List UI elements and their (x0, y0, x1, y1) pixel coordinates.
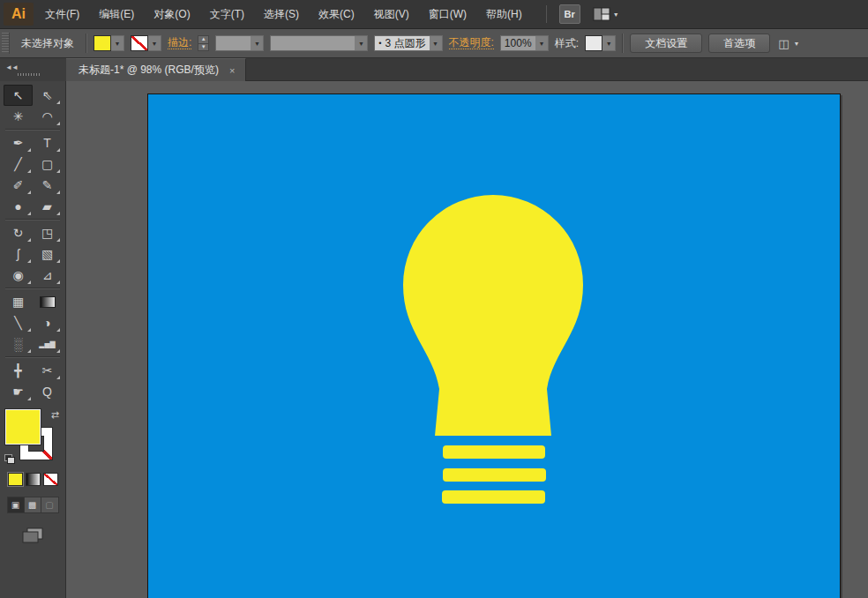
bulb-base-bar[interactable] (443, 445, 545, 459)
gradient-button[interactable] (26, 473, 41, 486)
eyedropper-tool[interactable]: ╲ (4, 312, 33, 333)
pencil-icon: ✎ (42, 178, 53, 192)
bulb-base-bar[interactable] (442, 490, 545, 504)
stroke-panel-link[interactable]: 描边: (168, 37, 191, 49)
menu-item-7[interactable]: 窗口(W) (419, 1, 476, 28)
color-button[interactable] (8, 473, 23, 486)
menu-item-5[interactable]: 效果(C) (309, 1, 364, 28)
menu-item-6[interactable]: 视图(V) (364, 1, 419, 28)
rectangle-tool[interactable]: ▢ (33, 153, 62, 175)
draw-behind-button[interactable]: ▩ (25, 497, 41, 512)
chevron-down-icon: ▼ (613, 11, 619, 18)
menu-item-3[interactable]: 文字(T) (200, 1, 254, 28)
collapse-arrows-icon[interactable]: ◄◄ (5, 64, 18, 71)
style-chevron-icon[interactable]: ▼ (602, 35, 616, 51)
select-similar-button[interactable]: ◫ ▼ (778, 37, 799, 50)
width-profile-value[interactable] (270, 35, 355, 51)
free-transform-tool[interactable]: ▧ (33, 243, 62, 265)
toolbar-grip-icon[interactable] (18, 73, 41, 76)
fill-swatch[interactable] (94, 35, 111, 51)
menu-item-4[interactable]: 选择(S) (254, 1, 309, 28)
width-profile-chevron-icon[interactable]: ▼ (355, 35, 368, 51)
go-to-bridge-button[interactable]: Br (559, 4, 580, 24)
width-profile-select[interactable]: ▼ (270, 35, 368, 51)
lasso-tool[interactable]: ◠ (33, 106, 62, 127)
paintbrush-tool[interactable]: ✐ (4, 175, 33, 196)
perspective-grid-tool[interactable]: ⊿ (33, 265, 62, 286)
menu-item-1[interactable]: 编辑(E) (89, 1, 144, 28)
opacity-panel-link[interactable]: 不透明度: (449, 37, 494, 49)
scale-tool[interactable]: ◳ (33, 222, 62, 243)
stroke-chevron-icon[interactable]: ▼ (148, 35, 161, 51)
document-tab-bar: ◄◄ 未标题-1* @ 98% (RGB/预览) × (0, 58, 868, 81)
direct-selection-tool[interactable]: ⇖ (33, 85, 62, 106)
preferences-button[interactable]: 首选项 (708, 34, 770, 53)
artboard-tool[interactable]: ╋ (4, 360, 33, 381)
screen-mode-icon (22, 527, 43, 543)
opacity-select[interactable]: 100% ▼ (500, 35, 549, 51)
shape-builder-tool[interactable]: ◉ (4, 265, 33, 286)
swap-fill-stroke-icon[interactable]: ⇄ (51, 409, 59, 421)
stroke-color-picker[interactable]: ▼ (131, 35, 161, 51)
tab-close-icon[interactable]: × (228, 65, 236, 76)
slice-tool[interactable]: ✂ (33, 360, 62, 381)
document-setup-button[interactable]: 文档设置 (630, 34, 702, 53)
rotate-tool[interactable]: ↻ (4, 222, 33, 243)
magic-wand-tool[interactable]: ✳ (4, 106, 33, 127)
fill-chevron-icon[interactable]: ▼ (111, 35, 124, 51)
pen-tool[interactable]: ✒ (4, 132, 33, 153)
menu-item-8[interactable]: 帮助(H) (476, 1, 532, 28)
control-divider (86, 34, 87, 53)
panel-grip[interactable] (2, 33, 10, 54)
stroke-weight-select[interactable]: ▼ (215, 35, 264, 51)
toolbar-collapse[interactable]: ◄◄ (0, 58, 66, 81)
arrange-documents-button[interactable]: ▼ (593, 7, 619, 21)
control-bar: 未选择对象 ▼ ▼ 描边: ▲ ▼ ▼ ▼ •3 点圆形 ▼ 不透明度: (0, 29, 868, 58)
stroke-none-swatch[interactable] (131, 35, 148, 51)
lightbulb-artwork[interactable] (148, 94, 840, 598)
column-graph-tool[interactable]: ▂▅▇ (33, 333, 62, 355)
type-tool[interactable]: T (33, 132, 62, 153)
document-tab[interactable]: 未标题-1* @ 98% (RGB/预览) × (66, 58, 246, 81)
brush-definition-value[interactable]: •3 点圆形 (374, 35, 429, 51)
style-select[interactable]: ▼ (585, 35, 616, 51)
draw-inside-button[interactable]: ▢ (41, 497, 58, 512)
menu-item-0[interactable]: 文件(F) (35, 1, 89, 28)
free-transform-icon: ▧ (41, 247, 53, 261)
hand-tool[interactable]: ☛ (4, 381, 33, 402)
pencil-tool[interactable]: ✎ (33, 175, 62, 196)
zoom-tool[interactable]: Q (33, 381, 62, 402)
width-tool[interactable]: ʃ (4, 243, 33, 265)
symbol-sprayer-tool[interactable]: ░ (4, 333, 33, 355)
shape-builder-icon: ◉ (12, 268, 23, 282)
canvas-pasteboard[interactable] (66, 81, 868, 598)
bulb-base-bar[interactable] (443, 468, 546, 482)
blend-tool[interactable]: ◑ (33, 312, 62, 333)
style-swatch[interactable] (585, 35, 602, 51)
draw-normal-button[interactable]: ▣ (8, 497, 25, 512)
none-button[interactable] (43, 473, 58, 486)
eraser-tool[interactable]: ▰ (33, 196, 62, 217)
menu-item-2[interactable]: 对象(O) (144, 1, 199, 28)
selection-tool[interactable]: ↖ (4, 85, 33, 106)
artboard[interactable] (147, 93, 841, 598)
brush-chevron-icon[interactable]: ▼ (430, 35, 443, 51)
stepper-down-icon[interactable]: ▼ (198, 43, 208, 51)
gradient-tool[interactable] (33, 291, 62, 312)
brush-definition-select[interactable]: •3 点圆形 ▼ (374, 35, 442, 51)
opacity-value[interactable]: 100% (500, 35, 535, 51)
stepper-up-icon[interactable]: ▲ (198, 36, 208, 43)
stroke-weight-stepper[interactable]: ▲ ▼ (198, 35, 209, 51)
default-fill-stroke-icon[interactable] (4, 454, 15, 464)
stroke-weight-chevron-icon[interactable]: ▼ (251, 35, 264, 51)
blob-brush-tool[interactable]: ● (4, 196, 33, 217)
column-graph-icon: ▂▅▇ (39, 340, 55, 348)
stroke-weight-value[interactable] (215, 35, 251, 51)
fill-indicator[interactable] (5, 409, 41, 445)
opacity-chevron-icon[interactable]: ▼ (535, 35, 549, 51)
mesh-tool[interactable]: ▦ (4, 291, 33, 312)
bulb-shape (403, 195, 583, 436)
screen-mode-button[interactable] (22, 527, 43, 546)
line-segment-tool[interactable]: ╱ (4, 153, 33, 175)
fill-color-picker[interactable]: ▼ (94, 35, 124, 51)
